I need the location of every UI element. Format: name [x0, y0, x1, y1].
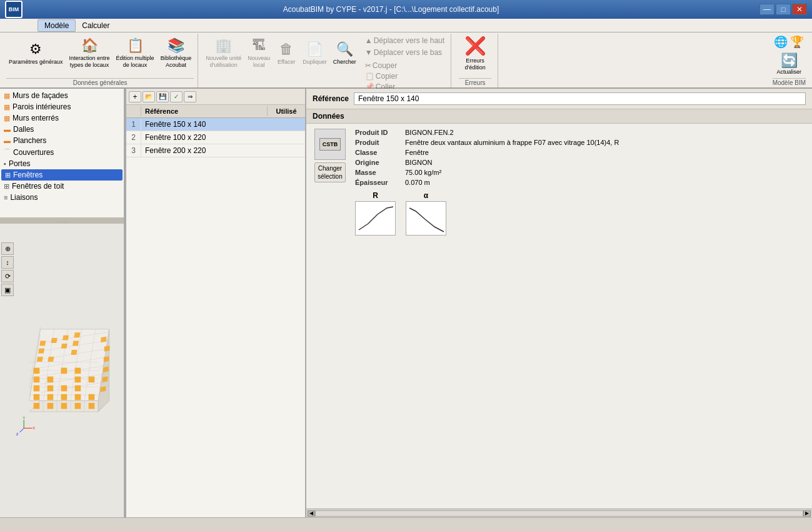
erreurs-group-label: Erreurs: [459, 78, 491, 86]
graph-alpha-box: [406, 201, 446, 236]
interaction-button[interactable]: 🏠 Interaction entretypes de locaux: [67, 35, 113, 71]
svg-rect-49: [75, 368, 81, 374]
list-tool-green[interactable]: ✓: [170, 91, 183, 102]
tree-item-liaisons[interactable]: ≡ Liaisons: [1, 192, 123, 203]
tree-item-fenetres-toit[interactable]: ⊞ Fenêtres de toit: [1, 181, 123, 192]
bibliotheque-icon: 📚: [168, 37, 184, 54]
detail-left-col: CSTB Changersélection: [311, 129, 349, 236]
dupliquer-button[interactable]: 📄 Dupliquer: [300, 35, 329, 71]
svg-rect-50: [39, 340, 46, 345]
svg-rect-43: [34, 377, 40, 383]
murs-enterres-icon: ▦: [4, 114, 10, 122]
bibliotheque-button[interactable]: 📚 BibliothèqueAcoubat: [158, 35, 194, 71]
window-controls: — □ ✕: [759, 4, 807, 15]
svg-rect-45: [75, 377, 81, 383]
origine-value: BIGNON: [405, 159, 807, 166]
tree-item-couvertures[interactable]: ⌒ Couvertures: [1, 146, 123, 158]
minimize-button[interactable]: —: [759, 4, 774, 15]
nouveau-local-icon: 🏗: [252, 37, 266, 54]
hscroll-left-btn[interactable]: ◀: [308, 510, 315, 517]
tree-item-fenetres[interactable]: ⊞ Fenêtres: [1, 169, 123, 181]
hscroll-right-btn[interactable]: ▶: [803, 510, 811, 517]
deplacer-haut-icon: ▲: [365, 36, 373, 45]
menu-modele[interactable]: Modèle: [38, 19, 76, 32]
row3-used: [268, 144, 305, 157]
tree-item-murs-facades[interactable]: ▦ Murs de façades: [1, 90, 123, 101]
sidebar-view-controls: ⊕ ↕ ⟳ ▣: [1, 242, 14, 296]
list-tool-add[interactable]: +: [129, 91, 141, 102]
row1-used: [268, 118, 305, 131]
svg-rect-65: [101, 337, 106, 342]
list-panel: + 📂 💾 ✓ ⇒ Référence Utilisé 1 Fenêtre 15…: [125, 89, 306, 517]
copier-button[interactable]: 📋 Copier: [363, 71, 447, 81]
list-toolbar: + 📂 💾 ✓ ⇒: [126, 89, 305, 105]
params-button[interactable]: ⚙ Paramètres généraux: [6, 35, 66, 71]
view-ctrl-2[interactable]: ↕: [1, 256, 14, 269]
detail-panel: Référence Données CSTB Changersélection …: [306, 89, 812, 517]
svg-rect-30: [48, 403, 54, 409]
effacer-button[interactable]: 🗑 Effacer: [274, 35, 299, 71]
detail-reference-header: Référence: [306, 89, 812, 109]
deplacer-bas-button[interactable]: ▼ Déplacer vers le bas: [363, 47, 447, 58]
row2-num: 2: [126, 131, 141, 144]
svg-rect-52: [63, 335, 69, 340]
list-tool-import[interactable]: 📂: [143, 91, 155, 102]
tree-item-planchers[interactable]: ▬ Planchers: [1, 135, 123, 146]
menu-calculer[interactable]: Calculer: [76, 20, 116, 31]
view-ctrl-4[interactable]: ▣: [1, 284, 14, 296]
svg-rect-51: [51, 338, 58, 343]
clipboard-group: ▲ Déplacer vers le haut ▼ Déplacer vers …: [363, 35, 447, 92]
list-row-1[interactable]: 1 Fenêtre 150 x 140: [126, 118, 305, 131]
tree-item-murs-enterres[interactable]: ▦ Murs enterrés: [1, 112, 123, 124]
tree-item-parois[interactable]: ▦ Parois intérieures: [1, 101, 123, 112]
edition-multiple-button[interactable]: 📋 Édition multiplede locaux: [114, 35, 157, 71]
fenetres-toit-icon: ⊞: [4, 182, 9, 191]
donnees-section-title: Données: [306, 109, 812, 124]
svg-marker-2: [29, 329, 109, 400]
view-ctrl-1[interactable]: ⊕: [1, 242, 14, 255]
row1-num: 1: [126, 118, 141, 131]
main-content: ▦ Murs de façades ▦ Parois intérieures ▦…: [0, 89, 812, 517]
nouvelle-unite-icon: 🏢: [215, 37, 232, 54]
tree-item-portes[interactable]: ▪ Portes: [1, 158, 123, 169]
statusbar: [0, 517, 812, 531]
info-button[interactable]: 🏆: [790, 35, 804, 49]
produit-id-value: BIGNON.FEN.2: [405, 129, 807, 136]
list-tool-save[interactable]: 💾: [156, 91, 169, 102]
chercher-button[interactable]: 🔍 Chercher: [331, 35, 359, 71]
svg-rect-56: [73, 340, 79, 345]
maximize-button[interactable]: □: [776, 4, 791, 15]
couper-button[interactable]: ✂ Couper: [363, 61, 447, 71]
modele-bim-label: Modèle BIM: [773, 78, 806, 86]
list-row-2[interactable]: 2 Fenêtre 100 x 220: [126, 131, 305, 144]
row2-ref: Fenêtre 100 x 220: [141, 131, 268, 144]
globe-button[interactable]: 🌐: [774, 35, 788, 49]
list-tool-export[interactable]: ⇒: [184, 91, 196, 102]
nouveau-local-button[interactable]: 🏗 Nouveaulocal: [245, 35, 273, 71]
graph-r-label: R: [373, 191, 378, 200]
svg-text:X: X: [33, 426, 35, 430]
hscroll-track[interactable]: [315, 510, 803, 517]
detail-hscroll[interactable]: ◀ ▶: [306, 509, 812, 517]
svg-rect-55: [61, 344, 68, 349]
tree-panel: ▦ Murs de façades ▦ Parois intérieures ▦…: [0, 89, 124, 220]
row1-ref: Fenêtre 150 x 140: [141, 118, 268, 131]
nouvelle-unite-button[interactable]: 🏢 Nouvelle unitéd'utilisation: [203, 35, 244, 71]
erreurs-button[interactable]: ❌ Erreursd'édition: [459, 35, 491, 71]
actualiser-button[interactable]: 🔄 Actualiser: [773, 51, 805, 76]
tree-item-dalles[interactable]: ▬ Dalles: [1, 124, 123, 135]
view-ctrl-3[interactable]: ⟳: [1, 270, 14, 282]
svg-rect-38: [89, 394, 95, 400]
deplacer-haut-button[interactable]: ▲ Déplacer vers le haut: [363, 35, 447, 46]
change-selection-button[interactable]: Changersélection: [314, 162, 345, 182]
svg-rect-36: [61, 394, 68, 400]
close-button[interactable]: ✕: [792, 4, 807, 15]
reference-input[interactable]: [354, 92, 806, 105]
svg-rect-34: [34, 394, 40, 400]
params-icon: ⚙: [29, 41, 42, 57]
list-row-3[interactable]: 3 Fenêtre 200 x 220: [126, 144, 305, 157]
masse-value: 75.00 kg/m²: [405, 169, 807, 176]
detail-graphs: R α: [355, 191, 807, 236]
svg-rect-35: [48, 394, 54, 400]
svg-rect-61: [103, 376, 108, 382]
